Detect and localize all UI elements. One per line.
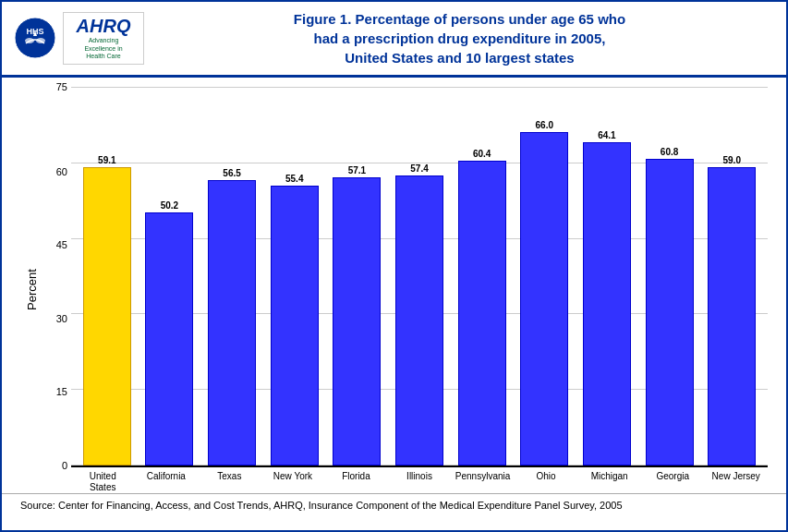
bar-label-1: California	[135, 471, 199, 493]
bar-group-NewJersey: 59.0	[700, 87, 763, 466]
bar-rect-9	[646, 159, 694, 466]
y-tick-30: 30	[56, 313, 71, 324]
bar-rect-3	[271, 186, 319, 466]
bar-value-7: 66.0	[536, 120, 553, 130]
bar-label-4: Florida	[324, 471, 388, 493]
svg-point-0	[15, 18, 55, 58]
bar-group-Georgia: 60.8	[638, 87, 701, 466]
ahrq-text: AHRQ	[77, 16, 131, 37]
bar-label-5: Illinois	[388, 471, 452, 493]
bar-group-California: 50.2	[139, 87, 201, 466]
bar-rect-2	[208, 180, 256, 466]
bar-rect-4	[333, 177, 381, 466]
bar-label-3: New York	[261, 471, 325, 493]
bar-value-0: 59.1	[98, 155, 115, 165]
y-tick-15: 15	[56, 386, 71, 397]
logo-area: HHS AHRQ AdvancingExcellence inHealth Ca…	[13, 12, 144, 64]
source-text: Source: Center for Financing, Access, an…	[2, 493, 786, 514]
ahrq-logo: AHRQ AdvancingExcellence inHealth Care	[63, 12, 144, 64]
bar-group-Illinois: 57.4	[388, 87, 451, 466]
bars-and-grid: 75 60 45 30 15 0 59.15	[39, 87, 768, 466]
chart-area: 75 60 45 30 15 0 59.15	[39, 87, 768, 493]
bar-label-9: Georgia	[641, 471, 705, 493]
bar-rect-5	[395, 175, 443, 466]
bar-value-3: 55.4	[285, 174, 303, 184]
bar-value-5: 57.4	[410, 163, 428, 174]
bar-group-Texas: 56.5	[200, 87, 263, 466]
bar-value-10: 59.0	[722, 155, 740, 165]
bar-label-10: New Jersey	[704, 471, 768, 493]
svg-point-3	[36, 38, 45, 43]
bar-label-0: UnitedStates	[71, 471, 135, 493]
ahrq-tagline: AdvancingExcellence inHealth Care	[84, 37, 122, 60]
bar-rect-0	[83, 167, 131, 466]
bar-rect-7	[520, 132, 568, 466]
bar-value-8: 64.1	[598, 130, 615, 140]
bar-label-6: Pennsylvania	[451, 471, 515, 493]
bar-value-6: 60.4	[473, 149, 491, 159]
bar-rect-8	[583, 142, 631, 466]
header: HHS AHRQ AdvancingExcellence inHealth Ca…	[2, 2, 786, 78]
y-tick-75: 75	[56, 81, 71, 92]
y-tick-60: 60	[56, 166, 71, 177]
bar-rect-6	[458, 161, 506, 466]
bar-label-area: UnitedStatesCaliforniaTexasNew YorkFlori…	[39, 467, 768, 493]
bar-group-Florida: 57.1	[326, 87, 389, 466]
bar-label-7: Ohio	[515, 471, 578, 493]
bar-group-NewYork: 55.4	[263, 87, 326, 466]
y-tick-0: 0	[62, 460, 71, 471]
chart-title: Figure 1. Percentage of persons under ag…	[144, 9, 775, 67]
bar-group-UnitedStates: 59.1	[76, 87, 139, 466]
bar-value-1: 50.2	[161, 200, 178, 211]
y-axis-label: Percent	[20, 87, 39, 493]
svg-point-2	[25, 38, 34, 43]
bar-rect-1	[145, 212, 193, 466]
hhs-logo-icon: HHS	[13, 16, 57, 60]
bar-label-8: Michigan	[577, 471, 641, 493]
bar-value-4: 57.1	[348, 165, 366, 175]
bars-row: 59.150.256.555.457.157.460.466.064.160.8…	[71, 87, 768, 466]
y-ticks: 75 60 45 30 15 0	[39, 87, 71, 466]
chart-container: Percent 75 60 45 30 15 0	[2, 78, 786, 493]
bar-group-Ohio: 66.0	[513, 87, 576, 466]
title-area: Figure 1. Percentage of persons under ag…	[144, 9, 775, 67]
bar-label-2: Texas	[198, 471, 261, 493]
bar-value-2: 56.5	[223, 168, 240, 178]
bar-rect-10	[708, 167, 756, 466]
bar-value-9: 60.8	[661, 147, 678, 157]
bar-group-Pennsylvania: 60.4	[451, 87, 514, 466]
y-tick-45: 45	[56, 239, 71, 250]
bar-group-Michigan: 64.1	[576, 87, 638, 466]
